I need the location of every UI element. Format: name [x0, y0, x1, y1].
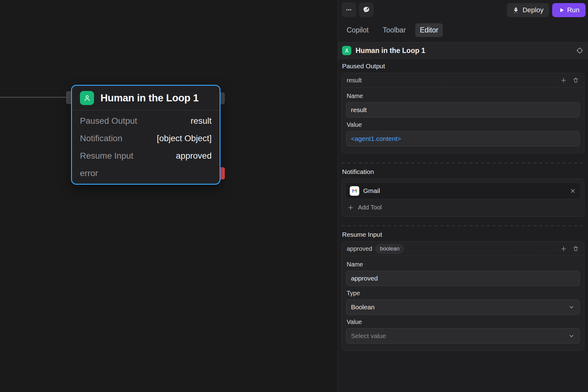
deploy-label: Deploy: [522, 6, 543, 14]
ellipsis-icon: [345, 6, 352, 13]
value-label: Value: [347, 121, 579, 128]
row-value: [object Object]: [157, 134, 212, 143]
template-token: <agent1.content>: [351, 135, 401, 142]
rocket-icon: [512, 7, 519, 14]
node-header[interactable]: Human in the Loop 1: [72, 86, 220, 111]
inspector-title: Human in the Loop 1: [356, 47, 425, 55]
gmail-tool-row[interactable]: Gmail: [345, 183, 580, 199]
resume-input-card-header: approved boolean: [342, 242, 584, 256]
plus-icon[interactable]: [560, 245, 567, 252]
paused-output-card: result Name Value <agent1.: [341, 73, 584, 153]
notification-card-body: Gmail Add Tool: [342, 179, 584, 217]
node-row-paused-output: Paused Output result: [80, 112, 212, 130]
add-tool-label: Add Tool: [358, 204, 382, 211]
type-select[interactable]: Boolean: [346, 300, 580, 315]
node-row-error: error: [80, 164, 212, 182]
crosshair-icon[interactable]: [576, 47, 584, 55]
row-value: result: [191, 116, 212, 126]
name-label: Name: [347, 261, 579, 268]
value-label: Value: [347, 318, 579, 326]
deploy-button[interactable]: Deploy: [507, 3, 549, 17]
section-label-resume-input: Resume Input: [342, 231, 584, 238]
node-row-resume-input: Resume Input approved: [80, 147, 212, 164]
chevron-down-icon: [568, 304, 575, 311]
plus-icon: [347, 204, 354, 211]
add-tool-button[interactable]: Add Tool: [345, 201, 580, 211]
trash-icon[interactable]: [572, 77, 579, 84]
inspector-header: Human in the Loop 1: [338, 42, 588, 59]
close-icon[interactable]: [570, 188, 576, 194]
tab-copilot[interactable]: Copilot: [342, 23, 373, 37]
row-label: Notification: [80, 134, 123, 143]
paused-output-card-header: result: [342, 73, 584, 88]
resume-input-name-input[interactable]: [346, 271, 580, 286]
resume-input-card-body: Name Type Boolean Value Select value: [342, 256, 584, 350]
row-label: error: [80, 168, 98, 178]
notification-card: Gmail Add Tool: [341, 179, 584, 217]
type-label: Type: [347, 290, 579, 297]
panel-top-bar: Deploy Run Copilot Toolbar Editor: [338, 0, 588, 42]
row-label: Resume Input: [80, 151, 133, 161]
node-title: Human in the Loop 1: [100, 92, 199, 104]
paused-output-name-input[interactable]: [346, 102, 580, 118]
flow-canvas[interactable]: Human in the Loop 1 Paused Output result…: [0, 0, 337, 392]
panel-tabs: Copilot Toolbar Editor: [342, 23, 448, 37]
row-label: Paused Output: [80, 116, 137, 126]
run-button[interactable]: Run: [552, 3, 586, 17]
resume-input-card: approved boolean Name Type: [341, 241, 584, 351]
chevron-down-icon: [568, 333, 575, 339]
play-icon: [558, 7, 564, 13]
chat-bubble-icon: [362, 6, 370, 14]
trash-icon[interactable]: [572, 245, 579, 252]
item-name: result: [347, 77, 362, 84]
paused-output-value-input[interactable]: <agent1.content>: [346, 131, 580, 146]
value-select-placeholder: Select value: [351, 332, 386, 340]
assistant-button[interactable]: [359, 2, 374, 17]
paused-output-card-body: Name Value <agent1.content>: [342, 88, 584, 153]
inspector-panel: Deploy Run Copilot Toolbar Editor: [337, 0, 588, 392]
plus-icon[interactable]: [560, 77, 567, 84]
item-name: approved: [347, 245, 372, 252]
name-label: Name: [347, 92, 579, 100]
run-label: Run: [567, 6, 579, 14]
person-icon: [80, 91, 94, 105]
node-body: Paused Output result Notification [objec…: [72, 111, 220, 183]
tool-name: Gmail: [363, 187, 380, 194]
type-select-value: Boolean: [351, 303, 375, 311]
app-window: Human in the Loop 1 Paused Output result…: [0, 0, 588, 392]
value-select[interactable]: Select value: [346, 328, 580, 344]
gmail-icon: [350, 186, 359, 196]
type-badge: boolean: [375, 244, 404, 254]
edge-wire: [0, 97, 68, 98]
panel-tools: [341, 2, 374, 17]
section-label-paused-output: Paused Output: [342, 62, 584, 70]
person-icon: [342, 46, 351, 55]
more-options-button[interactable]: [341, 2, 356, 17]
section-divider: [341, 163, 584, 163]
row-value: approved: [176, 151, 212, 161]
tab-editor[interactable]: Editor: [415, 23, 443, 37]
node-row-notification: Notification [object Object]: [80, 130, 212, 147]
run-controls: Deploy Run: [507, 3, 586, 17]
section-label-notification: Notification: [342, 168, 584, 175]
section-divider: [341, 225, 584, 226]
tab-toolbar[interactable]: Toolbar: [378, 23, 410, 37]
human-in-the-loop-node[interactable]: Human in the Loop 1 Paused Output result…: [71, 85, 221, 185]
